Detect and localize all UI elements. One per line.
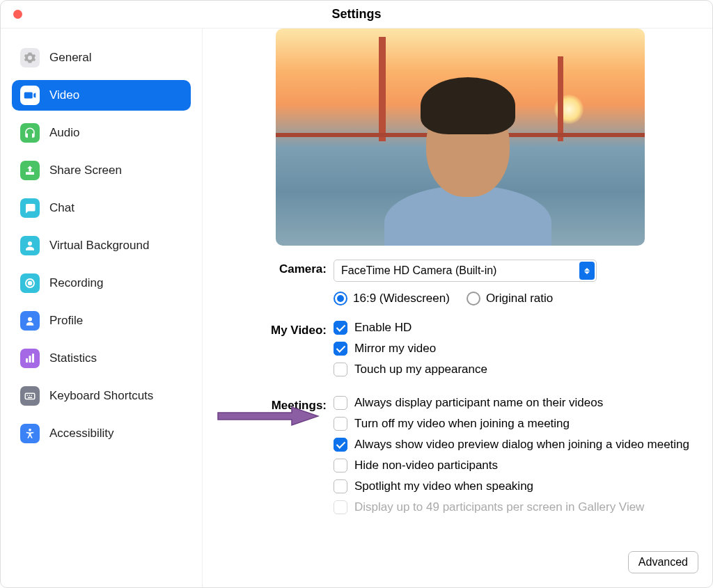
meetings-row: Spotlight my video when speaking — [334, 479, 698, 493]
myvideo-label: Mirror my video — [354, 342, 436, 356]
virtual-bg-icon — [20, 236, 40, 255]
svg-point-3 — [28, 317, 32, 321]
meetings-row: Display up to 49 participants per screen… — [334, 500, 698, 514]
myvideo-checkbox-1[interactable] — [334, 342, 347, 356]
meetings-label: Spotlight my video when speaking — [354, 479, 533, 493]
close-icon[interactable] — [13, 10, 22, 19]
svg-rect-11 — [28, 397, 32, 399]
sidebar-item-virtual-background[interactable]: Virtual Background — [12, 230, 191, 261]
advanced-button[interactable]: Advanced — [628, 551, 698, 573]
myvideo-checkbox-0[interactable] — [334, 321, 347, 335]
window-title: Settings — [331, 7, 381, 22]
meetings-row: Hide non-video participants — [334, 459, 698, 472]
sidebar: GeneralVideoAudioShare ScreenChatVirtual… — [1, 29, 203, 587]
myvideo-row: Mirror my video — [334, 342, 698, 356]
meetings-checkbox-1[interactable] — [334, 417, 347, 431]
meetings-label: Always show video preview dialog when jo… — [354, 438, 689, 452]
svg-point-12 — [29, 429, 31, 431]
meetings-label: Display up to 49 participants per screen… — [354, 500, 644, 514]
myvideo-label: My Video: — [222, 321, 334, 337]
video-preview — [276, 29, 645, 246]
svg-rect-8 — [27, 395, 29, 397]
ratio-original-radio[interactable] — [467, 292, 480, 305]
sidebar-item-video[interactable]: Video — [12, 80, 191, 111]
settings-window: Settings GeneralVideoAudioShare ScreenCh… — [0, 0, 713, 588]
myvideo-label: Enable HD — [354, 321, 412, 335]
profile-icon — [20, 311, 40, 331]
sidebar-item-label: General — [49, 51, 91, 65]
svg-rect-5 — [29, 356, 31, 363]
svg-rect-6 — [32, 353, 34, 363]
svg-rect-9 — [29, 395, 31, 397]
meetings-row: Always display participant name on their… — [334, 396, 698, 410]
video-icon — [20, 86, 40, 105]
sidebar-item-label: Profile — [49, 314, 83, 328]
myvideo-row: Enable HD — [334, 321, 698, 335]
svg-point-2 — [29, 282, 32, 285]
sidebar-item-label: Recording — [49, 276, 104, 290]
sidebar-item-keyboard-shortcuts[interactable]: Keyboard Shortcuts — [12, 381, 191, 411]
camera-select-value: FaceTime HD Camera (Built-in) — [341, 264, 496, 277]
meetings-checkbox-2[interactable] — [334, 438, 347, 452]
arrow-annotation-icon — [215, 405, 320, 427]
meetings-checkbox-4[interactable] — [334, 479, 347, 493]
sidebar-item-accessibility[interactable]: Accessibility — [12, 418, 191, 449]
svg-point-0 — [28, 241, 32, 246]
share-icon — [20, 161, 40, 180]
meetings-row: Always show video preview dialog when jo… — [334, 438, 698, 452]
sidebar-item-audio[interactable]: Audio — [12, 118, 191, 148]
meetings-label: Turn off my video when joining a meeting — [354, 417, 570, 431]
sidebar-item-chat[interactable]: Chat — [12, 193, 191, 223]
accessibility-icon — [20, 424, 40, 443]
svg-rect-7 — [25, 393, 35, 399]
video-settings-form: Camera: FaceTime HD Camera (Built-in) 16… — [222, 260, 698, 530]
gear-icon — [20, 48, 40, 67]
camera-select[interactable]: FaceTime HD Camera (Built-in) — [334, 260, 597, 282]
ratio-widescreen-label: 16:9 (Widescreen) — [353, 292, 450, 305]
svg-rect-4 — [26, 358, 28, 363]
chevron-updown-icon — [579, 262, 595, 280]
ratio-widescreen-radio[interactable] — [334, 292, 347, 305]
sidebar-item-label: Virtual Background — [49, 239, 149, 253]
statistics-icon — [20, 349, 40, 368]
window-body: GeneralVideoAudioShare ScreenChatVirtual… — [1, 29, 712, 587]
myvideo-label: Touch up my appearance — [354, 363, 487, 376]
content-pane: Camera: FaceTime HD Camera (Built-in) 16… — [203, 29, 712, 587]
meetings-checkbox-3[interactable] — [334, 459, 347, 472]
meetings-label: Always display participant name on their… — [354, 396, 603, 410]
sidebar-item-label: Video — [49, 88, 79, 102]
meetings-row: Turn off my video when joining a meeting — [334, 417, 698, 431]
myvideo-checkbox-2[interactable] — [334, 363, 347, 376]
sidebar-item-label: Audio — [49, 126, 79, 140]
meetings-checkbox-0[interactable] — [334, 396, 347, 410]
meetings-checkbox-5 — [334, 500, 347, 514]
titlebar: Settings — [1, 1, 712, 29]
sidebar-item-label: Chat — [49, 201, 75, 215]
sidebar-item-label: Share Screen — [49, 164, 122, 177]
sidebar-item-label: Keyboard Shortcuts — [49, 389, 153, 403]
keyboard-icon — [20, 386, 40, 406]
recording-icon — [20, 273, 40, 293]
audio-icon — [20, 123, 40, 143]
myvideo-row: Touch up my appearance — [334, 363, 698, 376]
sidebar-item-statistics[interactable]: Statistics — [12, 343, 191, 374]
svg-rect-10 — [31, 395, 33, 397]
camera-label: Camera: — [222, 260, 334, 276]
chat-icon — [20, 198, 40, 218]
sidebar-item-profile[interactable]: Profile — [12, 305, 191, 336]
sidebar-item-label: Accessibility — [49, 427, 114, 440]
sidebar-item-share-screen[interactable]: Share Screen — [12, 155, 191, 186]
meetings-label: Hide non-video participants — [354, 459, 498, 472]
sidebar-item-label: Statistics — [49, 351, 97, 365]
sidebar-item-general[interactable]: General — [12, 42, 191, 73]
sidebar-item-recording[interactable]: Recording — [12, 268, 191, 299]
ratio-original-label: Original ratio — [486, 292, 553, 305]
